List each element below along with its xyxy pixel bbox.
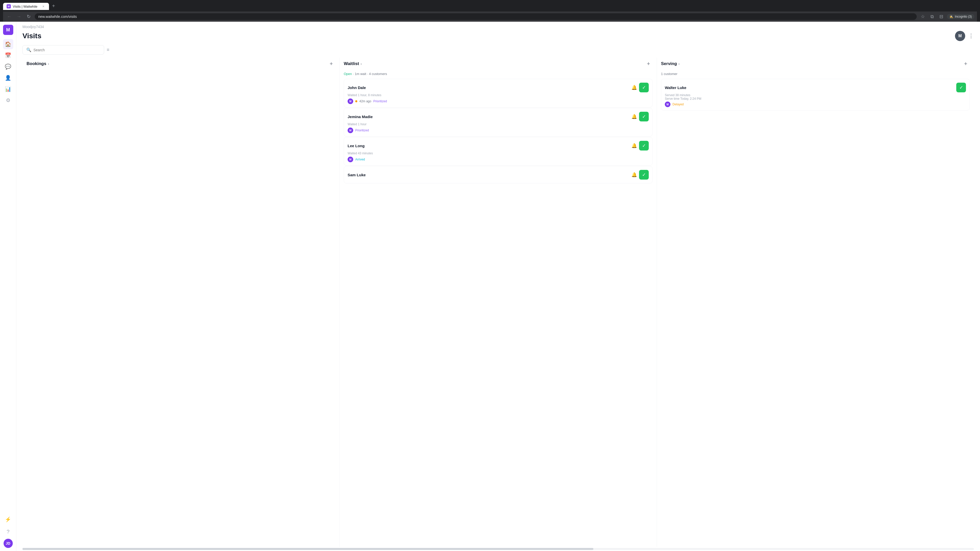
customer-name: John Dale — [348, 86, 366, 90]
app-container: M 🏠 📅 💬 👤 📊 ⚙ ⚡ ? JD Moodjoy7434 Visits … — [0, 22, 980, 551]
card-top-jemina: Jemina Madie 🔔 ✓ — [348, 112, 649, 121]
check-button-john[interactable]: ✓ — [639, 83, 649, 92]
mini-avatar-jemina: M — [348, 127, 353, 133]
waitlist-title-wrapper[interactable]: Waitlist › — [344, 61, 362, 66]
waitlist-column: Waitlist › + Open · 1m wait · 4 customer… — [340, 58, 657, 547]
serving-add-button[interactable]: + — [962, 60, 970, 68]
search-input-wrapper[interactable]: 🔍 — [22, 45, 104, 55]
bell-button-lee[interactable]: 🔔 — [632, 143, 637, 148]
waitlist-column-header: Waitlist › + — [344, 58, 652, 72]
address-bar[interactable]: new.waitwhile.com/visits — [35, 13, 917, 20]
waitlist-status-detail: · 1m wait · 4 customers — [353, 72, 387, 76]
sidebar-item-analytics[interactable]: 📊 — [3, 84, 13, 94]
mini-avatar-john: M — [348, 98, 353, 104]
waitlist-title: Waitlist — [344, 61, 359, 66]
sidebar-item-calendar[interactable]: 📅 — [3, 50, 13, 60]
bookings-title: Bookings — [27, 61, 46, 66]
forward-button[interactable]: → — [15, 13, 22, 20]
incognito-badge[interactable]: 🕵 Incognito (3) — [947, 14, 974, 19]
dot-indicator-john — [355, 100, 357, 102]
top-bar: Moodjoy7434 — [16, 22, 980, 29]
card-bottom-john: M 42m ago Prioritized — [348, 98, 649, 104]
bell-button-sam[interactable]: 🔔 — [632, 172, 637, 178]
customer-name-jemina: Jemina Madie — [348, 114, 372, 119]
address-text: new.waitwhile.com/visits — [38, 14, 77, 19]
search-input[interactable] — [33, 48, 100, 52]
tab-close-button[interactable]: × — [41, 4, 45, 8]
wait-time-lee: Waited 43 minutes — [348, 151, 649, 155]
check-button-sam[interactable]: ✓ — [639, 170, 649, 179]
sidebar-user-avatar[interactable]: JD — [3, 539, 13, 548]
wait-time-jemina: Waited 1 hour — [348, 122, 649, 126]
waitlist-card-lee[interactable]: Lee Long 🔔 ✓ Waited 43 minutes M Arrived — [344, 137, 652, 165]
sidebar-item-messages[interactable]: 💬 — [3, 62, 13, 72]
bell-button-jemina[interactable]: 🔔 — [632, 114, 637, 119]
sidebar-item-users[interactable]: 👤 — [3, 73, 13, 83]
sidebar-item-power[interactable]: ⚡ — [3, 514, 13, 524]
waitlist-add-button[interactable]: + — [644, 60, 652, 68]
reload-button[interactable]: ↻ — [25, 13, 32, 20]
card-top-sam: Sam Luke 🔔 ✓ — [348, 170, 649, 179]
serving-title-wrapper[interactable]: Serving › — [661, 61, 679, 66]
waitlist-card-jemina[interactable]: Jemina Madie 🔔 ✓ Waited 1 hour M Priorit… — [344, 108, 652, 137]
search-icon: 🔍 — [26, 48, 32, 52]
sidebar-logo: M — [3, 25, 13, 35]
toolbar-actions: ☆ ⧉ ⊟ 🕵 Incognito (3) — [919, 13, 974, 20]
back-button[interactable]: ← — [6, 13, 13, 20]
bell-button-john[interactable]: 🔔 — [632, 85, 637, 90]
sidebar: M 🏠 📅 💬 👤 📊 ⚙ ⚡ ? JD — [0, 22, 16, 551]
check-button-lee[interactable]: ✓ — [639, 141, 649, 151]
page-title: Visits — [22, 32, 41, 40]
sidebar-item-help[interactable]: ? — [3, 527, 13, 537]
more-options-button[interactable]: ⋮ — [968, 33, 974, 39]
waitlist-chevron-icon: › — [361, 62, 362, 66]
waitlist-card-john-dale[interactable]: John Dale 🔔 ✓ Waited 1 hour, 8 minutes M… — [344, 79, 652, 107]
sidebar-item-home[interactable]: 🏠 — [3, 39, 13, 49]
tab-favicon: M — [6, 4, 11, 8]
card-top-walter: Walter Luke ✓ — [665, 83, 966, 92]
bookmark-icon[interactable]: ☆ — [919, 13, 926, 20]
incognito-icon: 🕵 — [950, 15, 953, 18]
browser-toolbar: ← → ↻ new.waitwhile.com/visits ☆ ⧉ ⊟ 🕵 I… — [3, 11, 977, 22]
incognito-text: Incognito (3) — [955, 15, 972, 18]
badge-john: Prioritized — [373, 99, 387, 103]
search-bar: 🔍 ≡ — [16, 44, 980, 58]
header-user-avatar[interactable]: M — [955, 31, 965, 41]
header-actions: M ⋮ — [955, 31, 974, 41]
card-actions-walter: ✓ — [956, 83, 966, 92]
page-header: Visits M ⋮ — [16, 29, 980, 44]
card-bottom-walter: M Delayed — [665, 102, 966, 107]
serving-customer-count: 1 customer — [661, 72, 677, 76]
serving-card-walter[interactable]: Walter Luke ✓ Served 38 minutes Serve ti… — [661, 79, 970, 110]
card-actions-lee: 🔔 ✓ — [632, 141, 649, 151]
check-button-walter[interactable]: ✓ — [956, 83, 966, 92]
bookings-chevron-icon: › — [48, 62, 49, 66]
waitlist-card-sam[interactable]: Sam Luke 🔔 ✓ — [344, 166, 652, 183]
browser-tabs: M Visits | Waitwhile × + — [3, 2, 977, 10]
waitlist-cards-list: John Dale 🔔 ✓ Waited 1 hour, 8 minutes M… — [344, 79, 652, 547]
columns-area: Bookings › + Waitlist › + Open · — [16, 58, 980, 547]
sidebar-item-settings[interactable]: ⚙ — [3, 95, 13, 105]
card-bottom-jemina: M Prioritized — [348, 127, 649, 133]
bottom-scrollbar[interactable] — [22, 548, 974, 550]
main-content: Moodjoy7434 Visits M ⋮ 🔍 ≡ Bookings — [16, 22, 980, 551]
sidebar-toggle-icon[interactable]: ⊟ — [938, 13, 945, 20]
check-button-jemina[interactable]: ✓ — [639, 112, 649, 121]
new-tab-button[interactable]: + — [49, 2, 58, 10]
org-name: Moodjoy7434 — [22, 25, 44, 29]
card-top-lee: Lee Long 🔔 ✓ — [348, 141, 649, 151]
bookings-add-button[interactable]: + — [327, 60, 335, 68]
sidebar-bottom: ⚡ ? JD — [3, 514, 13, 548]
serving-column-header: Serving › + — [661, 58, 970, 72]
extensions-icon[interactable]: ⧉ — [928, 13, 935, 20]
mini-avatar-lee: M — [348, 157, 353, 162]
card-actions-jemina: 🔔 ✓ — [632, 112, 649, 121]
serving-title: Serving — [661, 61, 677, 66]
active-tab[interactable]: M Visits | Waitwhile × — [3, 3, 49, 10]
waitlist-status-open: Open — [344, 72, 352, 76]
serve-time-walter: Serve time Today, 2:24 PM — [665, 97, 966, 100]
filter-button[interactable]: ≡ — [107, 47, 110, 52]
time-ago-john: 42m ago — [360, 100, 371, 103]
bookings-title-wrapper[interactable]: Bookings › — [27, 61, 49, 66]
badge-walter: Delayed — [673, 102, 684, 106]
